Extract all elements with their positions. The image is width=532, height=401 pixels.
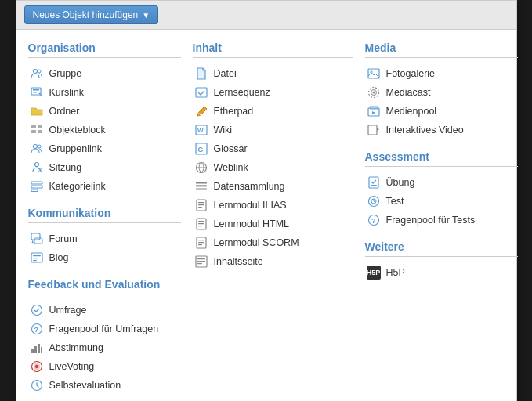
glossar-icon: G — [194, 142, 208, 156]
svg-rect-67 — [371, 185, 377, 186]
kategorielink-label: Kategorielink — [49, 181, 106, 192]
menu-item-gruppe[interactable]: Gruppe — [28, 64, 181, 83]
svg-rect-20 — [33, 258, 38, 258]
selbstevaluation-icon — [30, 378, 44, 392]
svg-rect-33 — [196, 88, 207, 97]
menu-item-lernmodul-html[interactable]: Lernmodul HTML — [193, 215, 353, 233]
menu-item-datensammlung[interactable]: Datensammlung — [193, 177, 353, 196]
svg-point-11 — [34, 163, 38, 167]
svg-rect-4 — [33, 92, 37, 93]
menu-item-wiki[interactable]: W Wiki — [193, 121, 353, 139]
section-title-inhalt: Inhalt — [193, 42, 353, 58]
forum-icon — [30, 232, 44, 246]
section-title-organisation: Organisation — [28, 42, 181, 58]
fragenpool-umfragen-icon: ? — [30, 322, 44, 336]
svg-point-0 — [33, 70, 37, 74]
livevoting-label: LiveVoting — [49, 361, 95, 372]
lernmodul-ilias-icon — [194, 198, 208, 212]
menu-item-uebung[interactable]: Übung — [365, 173, 518, 192]
svg-rect-7 — [31, 130, 36, 133]
gruppe-label: Gruppe — [49, 68, 82, 79]
menu-item-sitzung[interactable]: Sitzung — [28, 158, 181, 177]
inhaltsseite-label: Inhaltsseite — [214, 256, 263, 267]
menu-item-lernsequenz[interactable]: Lernsequenz — [193, 83, 353, 102]
svg-rect-43 — [198, 202, 204, 203]
menu-item-fragenpool-tests[interactable]: ? Fragenpool für Tests — [365, 211, 518, 229]
svg-rect-41 — [196, 188, 207, 190]
menu-item-objekteblock[interactable]: Objekteblock — [28, 121, 181, 139]
test-label: Test — [386, 196, 404, 207]
svg-rect-40 — [196, 185, 207, 187]
menu-item-abstimmung[interactable]: Abstimmung — [28, 338, 181, 357]
inhaltsseite-icon — [194, 255, 208, 269]
mediacast-icon — [367, 85, 381, 99]
menu-item-kurslink[interactable]: Kurslink — [28, 83, 181, 102]
blog-icon — [30, 251, 44, 265]
menu-item-blog[interactable]: Blog — [28, 248, 181, 267]
svg-rect-55 — [197, 258, 205, 259]
svg-rect-51 — [198, 240, 204, 240]
svg-rect-28 — [41, 347, 42, 353]
svg-rect-58 — [368, 69, 379, 78]
glossar-label: Glossar — [214, 143, 248, 154]
svg-rect-52 — [198, 242, 204, 243]
menu-item-inhaltsseite[interactable]: Inhaltsseite — [193, 252, 353, 271]
kurslink-icon — [30, 85, 44, 99]
column-middle: Inhalt Datei Lernsequenz — [193, 42, 365, 395]
menu-item-ordner[interactable]: Ordner — [28, 102, 181, 121]
svg-rect-26 — [34, 346, 37, 353]
svg-rect-57 — [197, 263, 202, 264]
menu-item-lernmodul-scorm[interactable]: Lernmodul SCORM — [193, 233, 353, 252]
svg-rect-21 — [33, 260, 37, 261]
objekteblock-icon — [30, 123, 44, 137]
lernmodul-html-icon — [194, 217, 208, 231]
section-title-feedback: Feedback und Evaluation — [28, 278, 181, 294]
svg-rect-16 — [31, 233, 40, 240]
menu-item-umfrage[interactable]: Umfrage — [28, 301, 181, 320]
menu-item-selbstevaluation[interactable]: Selbstevaluation — [28, 376, 181, 395]
svg-rect-13 — [31, 182, 42, 184]
abstimmung-label: Abstimmung — [49, 342, 103, 353]
mediacast-label: Mediacast — [386, 87, 431, 98]
weblink-label: Weblink — [214, 162, 248, 173]
svg-rect-39 — [196, 182, 207, 184]
h5p-label: H5P — [386, 267, 405, 278]
selbstevaluation-label: Selbstevaluation — [49, 380, 121, 391]
svg-point-9 — [33, 145, 37, 149]
dropdown-caret-icon: ▼ — [142, 11, 150, 20]
umfrage-label: Umfrage — [49, 305, 87, 316]
menu-item-glossar[interactable]: G Glossar — [193, 139, 353, 158]
menu-item-medienpool[interactable]: Medienpool — [365, 102, 518, 121]
svg-rect-27 — [38, 344, 40, 353]
section-title-weitere: Weitere — [365, 240, 518, 257]
menu-item-interaktives-video[interactable]: Interaktives Video — [365, 121, 518, 139]
datei-label: Datei — [214, 68, 237, 79]
menu-item-datei[interactable]: Datei — [193, 64, 353, 83]
menu-item-lernmodul-ilias[interactable]: Lernmodul ILIAS — [193, 196, 353, 215]
kurslink-label: Kurslink — [49, 87, 84, 98]
menu-item-test[interactable]: Test — [365, 192, 518, 211]
menu-item-gruppenlink[interactable]: Gruppenlink — [28, 139, 181, 158]
menu-item-h5p[interactable]: H5P H5P — [365, 263, 518, 282]
section-title-assessment: Assessment — [365, 150, 518, 167]
menu-item-fotogalerie[interactable]: Fotogalerie — [365, 64, 518, 83]
ordner-label: Ordner — [49, 106, 80, 117]
svg-rect-19 — [33, 255, 41, 256]
menu-item-forum[interactable]: Forum — [28, 229, 181, 248]
menu-item-etherpad[interactable]: Etherpad — [193, 102, 353, 121]
menu-item-kategorielink[interactable]: Kategorielink — [28, 177, 181, 196]
lernsequenz-label: Lernsequenz — [214, 87, 270, 98]
uebung-icon — [367, 175, 381, 190]
menu-item-mediacast[interactable]: Mediacast — [365, 83, 518, 102]
menu-item-weblink[interactable]: Weblink — [193, 158, 353, 177]
gruppenlink-label: Gruppenlink — [49, 143, 102, 154]
gruppenlink-icon — [30, 142, 44, 156]
menu-item-livevoting[interactable]: LiveVoting — [28, 357, 181, 376]
etherpad-label: Etherpad — [214, 106, 254, 117]
svg-rect-3 — [33, 89, 39, 91]
lernmodul-html-label: Lernmodul HTML — [214, 219, 290, 229]
add-object-button[interactable]: Neues Objekt hinzufügen ▼ — [24, 5, 159, 24]
section-title-media: Media — [365, 42, 518, 58]
abstimmung-icon — [30, 341, 44, 355]
menu-item-fragenpool-umfragen[interactable]: ? Fragenpool für Umfragen — [28, 320, 181, 338]
